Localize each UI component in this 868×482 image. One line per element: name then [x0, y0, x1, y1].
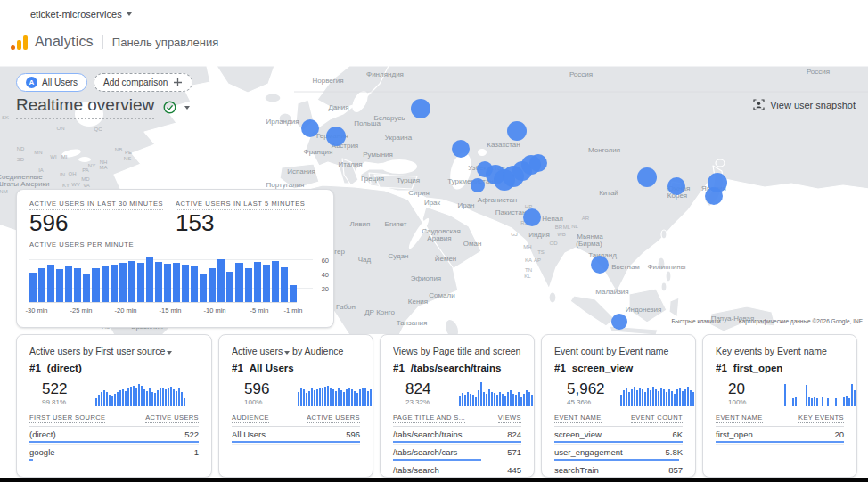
add-comparison-chip[interactable]: Add comparison [94, 73, 192, 92]
map-country-label: Пакистан [495, 208, 527, 216]
sparkline-chart [459, 380, 535, 406]
chart-x-axis: -30 min-25 min-20 min-15 min-10 min-5 mi… [29, 306, 306, 317]
map-region-label: NL [571, 224, 578, 229]
active-users-30min-value: 596 [29, 209, 68, 237]
table-row[interactable]: user_engagement5.8K [554, 445, 683, 462]
map-region-label: ML [563, 225, 570, 230]
property-name: eticket-microservices [30, 9, 122, 20]
map-region-label: TS [537, 249, 545, 255]
report-title-caret-icon[interactable] [184, 106, 190, 110]
map-region-label: PE [125, 150, 132, 155]
active-users-bar [182, 265, 189, 302]
map-country-label: Россия [807, 68, 830, 76]
map-user-dot [591, 256, 609, 274]
summary-card: Active users by Audience #1All Users 596… [218, 334, 373, 478]
map-country-label: Турция [397, 176, 420, 184]
map-country-label: Финляндия [366, 70, 404, 78]
card-title[interactable]: Active users by Audience [232, 346, 360, 356]
card-title[interactable]: Event count by Event name [554, 346, 683, 356]
card-title[interactable]: Key events by Event name [716, 346, 844, 356]
map-user-dot [667, 177, 685, 195]
realtime-summary-card: ACTIVE USERS IN LAST 30 MINUTES 596 ACTI… [16, 189, 334, 328]
table-row[interactable]: /tabs/search445 [393, 462, 521, 478]
active-users-per-minute-chart: 60 40 20 [29, 253, 325, 303]
chevron-down-icon [127, 12, 132, 16]
active-users-bar [173, 263, 180, 302]
map-shortcuts-link[interactable]: Быстрые клавиши [672, 318, 721, 324]
row-metric: 522 [184, 429, 199, 440]
table-row[interactable]: first_open20 [716, 427, 844, 445]
row-metric: 445 [507, 465, 521, 476]
all-users-chip[interactable]: A All Users [16, 73, 87, 92]
summary-cards-row: Active users by First user source #1(dir… [16, 334, 857, 478]
map-country-label: Италия [338, 160, 362, 168]
map-country-label: Филиппины [648, 263, 686, 271]
dimension-column-header[interactable]: EVENT NAME [716, 413, 763, 423]
active-users-bar [164, 264, 171, 302]
dimension-column-header[interactable]: FIRST USER SOURCE [29, 413, 105, 423]
row-metric: 596 [346, 429, 360, 440]
table-row[interactable]: All Users596 [232, 427, 360, 445]
analytics-logo-icon [11, 35, 28, 50]
add-comparison-label: Add comparison [103, 78, 168, 87]
dimension-column-header[interactable]: PAGE TITLE AND S... [393, 413, 465, 423]
x-tick: -5 min [250, 306, 269, 315]
table-row[interactable]: google1 [29, 445, 199, 462]
table-row[interactable]: /tabs/search/trains824 [393, 427, 521, 445]
view-user-snapshot-label: View user snapshot [770, 100, 856, 110]
table-row[interactable]: /tabs/search/cars571 [393, 445, 521, 462]
all-users-chip-label: All Users [42, 78, 78, 87]
row-dimension: google [29, 447, 55, 458]
top-item-row: #1/tabs/search/trains [393, 363, 521, 373]
metric-column-header[interactable]: ACTIVE USERS [145, 413, 199, 423]
active-users-bar [102, 266, 109, 302]
map-user-dot [705, 187, 723, 205]
map-country-label: Иран [457, 201, 474, 209]
view-user-snapshot-button[interactable]: View user snapshot [753, 99, 856, 110]
metric-column-header[interactable]: ACTIVE USERS [307, 413, 360, 423]
dimension-column-header[interactable]: EVENT NAME [554, 413, 602, 423]
metric-column-header[interactable]: EVENT COUNT [631, 413, 683, 423]
card-metric-percent: 100% [728, 398, 774, 406]
map-country-label: Беларусь [374, 114, 405, 122]
card-stat-row: 596 100% [232, 376, 360, 406]
x-tick: -1 min [284, 306, 303, 315]
card-title[interactable]: Active users by First user source [29, 346, 199, 356]
property-selector[interactable]: eticket-microservices [30, 9, 132, 20]
map-region-label: MH [523, 244, 531, 249]
metric-column-header[interactable]: VIEWS [498, 413, 521, 423]
table-rows: /tabs/search/trains824/tabs/search/cars5… [393, 427, 521, 478]
report-title[interactable]: Realtime overview [16, 95, 154, 119]
table-rows: All Users596 [232, 427, 360, 445]
active-users-5min-value: 153 [176, 209, 214, 237]
active-users-bar [245, 268, 252, 302]
row-metric: 1 [194, 447, 199, 458]
metric-column-header[interactable]: KEY EVENTS [798, 413, 844, 423]
table-row[interactable]: screen_view6K [554, 427, 683, 445]
map-region-label: WV [71, 182, 80, 187]
card-title[interactable]: Views by Page title and screen name [393, 346, 521, 356]
sparkline-chart [620, 380, 696, 406]
table-row[interactable]: searchTrain857 [554, 462, 683, 478]
map-country-label: Судан [388, 252, 408, 260]
table-row[interactable]: (direct)522 [29, 427, 199, 445]
map-country-label: ДР Конго [364, 308, 395, 316]
sparkline-chart [782, 380, 857, 406]
summary-card: Views by Page title and screen name #1/t… [380, 334, 535, 478]
map-region-label: MN [34, 150, 42, 155]
active-users-bar [226, 272, 233, 302]
map-country-label: Сомали [429, 291, 454, 299]
y-tick: 20 [315, 285, 329, 293]
active-users-bar [263, 265, 270, 302]
card-metric-percent: 100% [244, 398, 291, 406]
map-country-label: Португалия [266, 181, 305, 189]
active-users-bar [74, 268, 81, 302]
map-country-label: Испания [287, 167, 315, 176]
map-country-label: Ирландия [266, 118, 299, 126]
row-metric: 6K [672, 429, 683, 440]
map-country-label: Египет [385, 220, 407, 228]
card-stat-row: 20 100% [716, 376, 844, 406]
map-region-label: AP [534, 257, 541, 263]
dimension-column-header[interactable]: AUDIENCE [232, 413, 269, 423]
map-region-label: MA [100, 165, 108, 170]
